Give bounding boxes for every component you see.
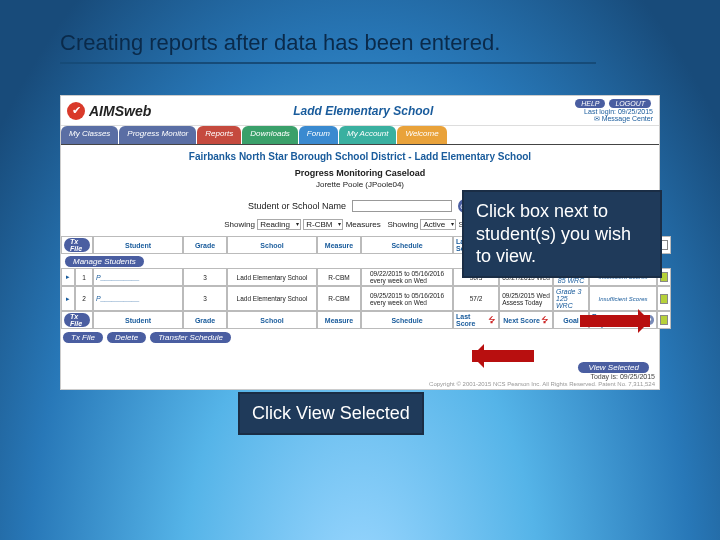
tx-file-button[interactable]: Tx File (64, 238, 90, 252)
col-school: School (227, 236, 317, 254)
app-header: ✔ AIMSweb Ladd Elementary School HELP LO… (61, 96, 659, 126)
search-label: Student or School Name (248, 201, 346, 211)
student-link[interactable]: P__________ (93, 268, 183, 286)
expand-icon[interactable]: ▸ (66, 295, 70, 303)
caseload-title: Progress Monitoring Caseload (61, 164, 659, 178)
tab-my-account[interactable]: My Account (339, 126, 397, 144)
slide-title: Creating reports after data has been ent… (60, 30, 500, 56)
tab-forum[interactable]: Forum (299, 126, 338, 144)
copyright: Copyright © 2001-2015 NCS Pearson Inc. A… (429, 381, 655, 387)
col-school: School (227, 311, 317, 329)
search-input[interactable] (352, 200, 452, 212)
tx-file-button[interactable]: Tx File (64, 313, 90, 327)
progress-report-link[interactable]: Insufficient Scores (589, 286, 657, 311)
help-button[interactable]: HELP (575, 99, 605, 108)
manage-students-button[interactable]: Manage Students (65, 256, 144, 267)
nav-tabs: My ClassesProgress MonitorReportsDownloa… (61, 126, 659, 144)
col-student: Student (93, 311, 183, 329)
view-selected-button[interactable]: View Selected (578, 362, 649, 373)
callout-select-students: Click box next to student(s) you wish to… (462, 190, 662, 278)
callout-view-selected: Click View Selected (238, 392, 424, 435)
last-login: Last login: 09/25/2015 (584, 108, 653, 115)
col-schedule: Schedule (361, 236, 453, 254)
tab-reports[interactable]: Reports (197, 126, 241, 144)
today-date: Today is: 09/25/2015 (590, 373, 655, 380)
message-center-link[interactable]: ✉ Message Center (594, 115, 653, 122)
col-grade: Grade (183, 311, 227, 329)
subject-select[interactable]: Reading (257, 219, 301, 230)
col-student: Student (93, 236, 183, 254)
status-select[interactable]: Active (420, 219, 456, 230)
logout-button[interactable]: LOGOUT (609, 99, 651, 108)
col-measure: Measure (317, 311, 361, 329)
school-name: Ladd Elementary School (151, 104, 575, 118)
tab-my-classes[interactable]: My Classes (61, 126, 118, 144)
arrow-to-checkbox (580, 315, 650, 327)
app-logo-text: AIMSweb (89, 103, 151, 119)
tx-file-button-2[interactable]: Tx File (63, 332, 103, 343)
table-row: ▸2P__________3Ladd Elementary SchoolR-CB… (61, 286, 659, 311)
logo-icon: ✔ (67, 102, 85, 120)
district-header: Fairbanks North Star Borough School Dist… (61, 144, 659, 164)
measure-select[interactable]: R-CBM (303, 219, 343, 230)
col-schedule: Schedule (361, 311, 453, 329)
tab-welcome[interactable]: Welcome (397, 126, 446, 144)
row-checkbox[interactable] (660, 294, 668, 304)
trend-icon: ⭍ (540, 315, 549, 325)
delete-button[interactable]: Delete (107, 332, 146, 343)
tab-downloads[interactable]: Downloads (242, 126, 298, 144)
trend-icon: ⭍ (487, 315, 496, 325)
transfer-schedule-button[interactable]: Transfer Schedule (150, 332, 231, 343)
tab-progress-monitor[interactable]: Progress Monitor (119, 126, 196, 144)
col-next-score: Next Score ⭍ (499, 311, 553, 329)
title-underline (60, 62, 596, 64)
expand-icon[interactable]: ▸ (66, 273, 70, 281)
col-measure: Measure (317, 236, 361, 254)
col-grade: Grade (183, 236, 227, 254)
header-right: HELP LOGOUT Last login: 09/25/2015 ✉ Mes… (575, 99, 653, 123)
arrow-to-view-selected (472, 350, 534, 362)
col-last-score: Last Score ⭍ (453, 311, 499, 329)
student-link[interactable]: P__________ (93, 286, 183, 311)
